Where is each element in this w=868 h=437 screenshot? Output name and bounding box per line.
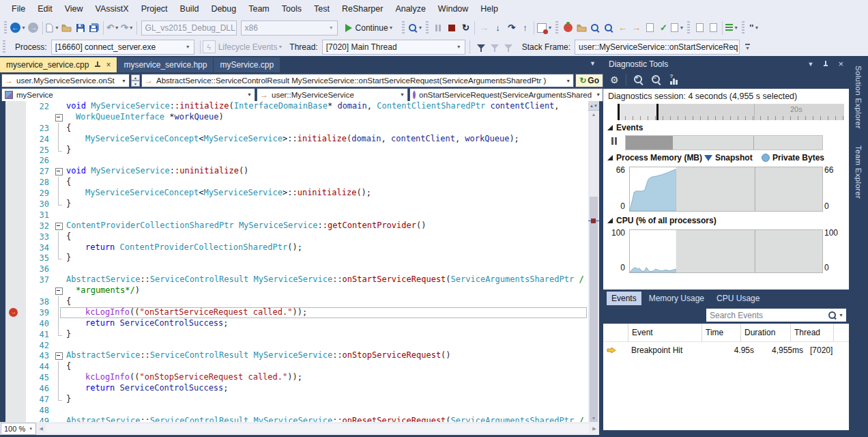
menu-build[interactable]: Build: [174, 0, 205, 18]
close-icon[interactable]: ×: [106, 61, 111, 68]
step-over-icon[interactable]: ↷: [505, 20, 517, 36]
gear-icon[interactable]: ⚙: [610, 74, 619, 85]
tab-myService.cpp[interactable]: myService.cpp: [214, 57, 280, 72]
code-line-wrap[interactable]: WorkQueueInterface *workQueue): [0, 112, 588, 123]
menu-view[interactable]: View: [59, 0, 89, 18]
selection-end-marker[interactable]: [656, 104, 659, 120]
diag-tab-memory-usage[interactable]: Memory Usage: [644, 292, 709, 305]
code-line-29[interactable]: 29MyServiceServiceConcept<MyServiceServi…: [0, 188, 588, 199]
zoom-out-icon[interactable]: −: [651, 74, 662, 85]
editor-zoom-dropdown[interactable]: 100 %▼: [1, 423, 36, 435]
breakpoint-margin[interactable]: [0, 340, 26, 351]
menu-window[interactable]: Window: [432, 0, 474, 18]
continue-button[interactable]: Continue ▼: [343, 20, 396, 36]
outline-icon[interactable]: ▼: [725, 20, 738, 36]
breakpoint-margin[interactable]: →: [0, 307, 26, 318]
code-line-31[interactable]: 31: [0, 210, 588, 221]
va-nav-forward-icon[interactable]: →: [630, 20, 642, 36]
find-in-files-icon[interactable]: ▼: [408, 20, 423, 36]
code-line-38[interactable]: 38{: [0, 296, 588, 307]
breakpoint-margin[interactable]: [0, 101, 26, 112]
events-track[interactable]: [625, 135, 823, 150]
pin-icon[interactable]: [95, 61, 100, 68]
step-into-icon[interactable]: ↓: [491, 20, 504, 36]
scroll-right-icon[interactable]: ▶: [590, 426, 599, 432]
va-context-spinner[interactable]: ▲▼: [131, 74, 140, 87]
code-line-48[interactable]: 48: [0, 405, 588, 416]
lifecycle-events-dropdown[interactable]: Lifecycle Events: [218, 42, 278, 52]
menu-project[interactable]: Project: [135, 0, 174, 18]
toolbar-grip[interactable]: [426, 21, 429, 35]
code-line-37[interactable]: 37AbstractService::ServiceControlResult …: [0, 274, 588, 285]
column-header-event[interactable]: Event: [628, 324, 701, 341]
collapse-box-icon[interactable]: [55, 352, 63, 360]
vassistx-icon[interactable]: [562, 20, 574, 36]
tab-overflow-icon[interactable]: ▼: [590, 60, 596, 67]
breakpoint-margin[interactable]: [0, 166, 26, 177]
toolbar-grip[interactable]: [555, 21, 558, 35]
filter-flagged-icon[interactable]: [491, 44, 499, 49]
restart-icon[interactable]: ↻: [459, 20, 472, 36]
column-header-thread[interactable]: Thread: [790, 324, 833, 341]
navigate-forward-icon[interactable]: →: [27, 20, 40, 36]
menu-test[interactable]: Test: [308, 0, 336, 18]
menu-tools[interactable]: Tools: [276, 0, 308, 18]
toolbar-grip[interactable]: [3, 40, 5, 54]
breakpoint-margin[interactable]: [0, 394, 26, 405]
process-dropdown[interactable]: [16660] connect_server.exe▼: [51, 40, 194, 55]
va-definition-dropdown[interactable]: → AbstractService::ServiceControlResult …: [141, 74, 574, 87]
show-next-statement-icon[interactable]: →: [478, 20, 490, 36]
collapse-box-icon[interactable]: [55, 114, 63, 122]
filter-threads-icon[interactable]: [477, 44, 485, 49]
tab-myservice_service.hpp[interactable]: myservice_service.hpp: [117, 57, 213, 72]
va-paste-icon[interactable]: [643, 20, 656, 36]
events-section-header[interactable]: Events: [607, 123, 643, 132]
va-nav-back-icon[interactable]: ←: [616, 20, 628, 36]
reset-view-icon[interactable]: ?: [670, 75, 680, 85]
breakpoint-margin[interactable]: [0, 383, 26, 394]
save-all-icon[interactable]: [88, 20, 100, 36]
breakpoint-margin[interactable]: [0, 253, 26, 264]
menu-team[interactable]: Team: [242, 0, 276, 18]
scrollbar-thumb[interactable]: [590, 197, 598, 422]
breakpoint-margin[interactable]: [0, 188, 26, 199]
cpu-chart[interactable]: [629, 229, 823, 273]
menu-debug[interactable]: Debug: [205, 0, 242, 18]
nav-member-dropdown[interactable]: onStartServiceRequest(ServiceArgumentsSh…: [409, 88, 603, 102]
menu-vassistx[interactable]: VAssistX: [89, 0, 135, 18]
toolbar-grip[interactable]: [4, 21, 7, 35]
solution-platforms-dropdown[interactable]: x86▼: [241, 20, 338, 36]
code-line-36[interactable]: 36: [0, 264, 588, 274]
code-line-wrap[interactable]: *arguments*/): [0, 285, 588, 296]
breakpoint-margin[interactable]: [0, 210, 26, 221]
menu-resharper[interactable]: ReSharper: [336, 0, 389, 18]
toolbar-grip[interactable]: [742, 21, 744, 35]
va-go-button[interactable]: ↻ Go: [575, 74, 603, 87]
va-open-file-icon[interactable]: [575, 20, 588, 36]
menu-file[interactable]: File: [5, 0, 31, 18]
redo-icon[interactable]: ↷▼: [121, 20, 134, 36]
breakpoint-margin[interactable]: [0, 296, 26, 307]
menu-edit[interactable]: Edit: [31, 0, 59, 18]
solution-configurations-dropdown[interactable]: GL_vs2015_Debug_DLL▼: [141, 20, 237, 36]
scroll-up-icon[interactable]: ▲: [588, 112, 599, 117]
code-line-49[interactable]: 49AbstractService::ServiceControlResult …: [0, 416, 588, 422]
new-file-icon[interactable]: ▼: [46, 20, 59, 36]
search-events-input[interactable]: [706, 311, 828, 320]
menu-analyze[interactable]: Analyze: [389, 0, 431, 18]
thread-dropdown[interactable]: [7020] Main Thread▼: [322, 40, 465, 55]
va-find-symbol-icon[interactable]: [603, 20, 615, 36]
breakpoint-margin[interactable]: [0, 416, 26, 422]
comment-icon[interactable]: ''▼: [748, 20, 760, 36]
collapse-box-icon[interactable]: [55, 223, 63, 230]
save-icon[interactable]: [74, 20, 87, 36]
filter-reset-icon[interactable]: [504, 44, 512, 49]
vertical-scrollbar[interactable]: ▲▼ ▲ ▼: [588, 101, 599, 422]
code-line-33[interactable]: 33{: [0, 231, 588, 242]
breakpoint-margin[interactable]: [0, 274, 26, 285]
collapse-box-icon[interactable]: [55, 168, 63, 175]
memory-section-header[interactable]: Process Memory (MB): [607, 153, 702, 163]
breakpoint-margin[interactable]: [0, 221, 26, 231]
scroll-left-icon[interactable]: ◀: [36, 426, 46, 432]
breakpoint-margin[interactable]: [0, 231, 26, 242]
